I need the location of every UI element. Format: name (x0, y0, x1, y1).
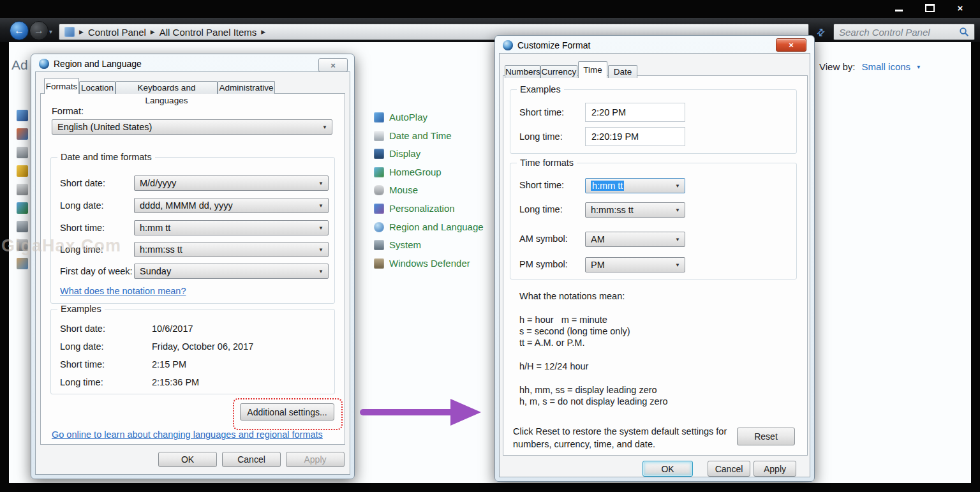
example-short-time-value: 2:20 PM (591, 107, 626, 117)
short-date-value: M/d/yyyy (140, 178, 176, 188)
search-input[interactable]: Search Control Panel (833, 24, 975, 40)
display-icon (374, 149, 384, 159)
format-value: English (United States) (57, 122, 152, 132)
chevron-down-icon: ▼ (675, 207, 680, 213)
long-time-combobox[interactable]: h:mm:ss tt ▼ (585, 202, 685, 218)
ok-button[interactable]: OK (642, 461, 693, 477)
dialog-close-button[interactable]: × (776, 38, 806, 52)
long-time-label: Long time: (60, 244, 103, 255)
notation-line: h, m, s = do not display leading zero (519, 396, 668, 406)
breadcrumb-item-all-items[interactable]: All Control Panel Items (160, 27, 257, 38)
dialog-close-button[interactable]: × (318, 58, 348, 72)
cp-item-display[interactable]: Display (374, 147, 420, 160)
partial-item-icon[interactable] (17, 110, 28, 121)
tab-time[interactable]: Time (578, 61, 607, 78)
short-date-dropdown[interactable]: M/d/yyyy ▼ (134, 175, 329, 191)
partial-item-icon[interactable] (17, 147, 28, 158)
cp-item-label: Personalization (389, 203, 455, 214)
close-icon: × (958, 3, 963, 13)
go-online-link[interactable]: Go online to learn about changing langua… (52, 429, 323, 440)
breadcrumb-arrow-icon[interactable]: ▶ (79, 29, 84, 35)
ok-button[interactable]: OK (158, 452, 217, 467)
reset-description: Click Reset to restore the system defaul… (513, 425, 735, 451)
chevron-down-icon: ▼ (318, 269, 323, 274)
tab-numbers[interactable]: Numbers (505, 65, 540, 78)
chevron-down-icon: ▼ (675, 183, 680, 189)
example-short-time-value: 2:15 PM (152, 359, 186, 369)
reset-button[interactable]: Reset (737, 428, 795, 445)
cp-item-system[interactable]: System (374, 239, 421, 251)
breadcrumb-arrow-icon[interactable]: ▶ (261, 29, 265, 35)
example-long-time-value: 2:20:19 PM (591, 131, 639, 142)
cp-item-windows-defender[interactable]: Windows Defender (374, 257, 470, 269)
example-long-time-field[interactable]: 2:20:19 PM (585, 127, 685, 146)
view-by-value[interactable]: Small icons (861, 61, 910, 72)
maximize-icon (925, 4, 935, 12)
short-time-label: Short time: (519, 180, 564, 190)
long-date-dropdown[interactable]: dddd, MMMM dd, yyyy ▼ (134, 198, 329, 213)
personalization-icon (374, 204, 384, 214)
partial-item-icon[interactable] (17, 165, 28, 177)
datetime-formats-group: Date and time formats Short date: M/d/yy… (50, 157, 335, 304)
partial-item-icon[interactable] (17, 258, 28, 269)
dialog-titlebar: Customize Format (503, 40, 590, 50)
globe-icon (39, 59, 49, 69)
long-date-value: dddd, MMMM dd, yyyy (140, 200, 233, 211)
tab-formats[interactable]: Formats (44, 78, 79, 94)
cancel-button[interactable]: Cancel (222, 452, 281, 467)
tab-date[interactable]: Date (608, 65, 637, 78)
cp-item-date-and-time[interactable]: Date and Time (374, 130, 452, 142)
short-time-dropdown[interactable]: h:mm tt ▼ (134, 220, 329, 235)
format-dropdown[interactable]: English (United States) ▼ (52, 119, 332, 135)
chevron-down-icon: ▼ (318, 181, 323, 186)
long-time-dropdown[interactable]: h:mm:ss tt ▼ (134, 242, 329, 257)
partial-item-icon[interactable] (17, 221, 28, 232)
apply-button[interactable]: Apply (754, 461, 796, 477)
breadcrumb-arrow-icon[interactable]: ▶ (151, 29, 155, 35)
tab-location[interactable]: Location (79, 81, 115, 94)
back-icon: ← (14, 25, 24, 36)
first-day-dropdown[interactable]: Sunday ▼ (134, 264, 329, 279)
tab-keyboards-languages[interactable]: Keyboards and Languages (115, 81, 218, 94)
maximize-button[interactable] (919, 2, 940, 14)
partial-item-icon[interactable] (17, 202, 28, 214)
forward-button[interactable]: → (29, 21, 48, 40)
page-heading-partial: Ad (11, 57, 28, 73)
partial-item-icon[interactable] (17, 239, 28, 251)
long-time-value: h:mm:ss tt (591, 205, 634, 215)
cp-item-region-and-language[interactable]: Region and Language (374, 221, 484, 233)
close-button[interactable]: × (949, 2, 971, 14)
tab-administrative[interactable]: Administrative (218, 81, 275, 94)
pm-symbol-combobox[interactable]: PM ▼ (585, 257, 685, 272)
recent-pages-caret[interactable]: ▾ (49, 28, 52, 35)
cp-item-autoplay[interactable]: AutoPlay (374, 111, 427, 123)
region-language-dialog: Region and Language × Formats Location K… (31, 54, 355, 479)
chevron-down-icon: ▼ (675, 262, 680, 268)
notation-help-link[interactable]: What does the notation mean? (60, 286, 186, 296)
notation-line: h = hour m = minute (519, 315, 607, 325)
am-symbol-combobox[interactable]: AM ▼ (585, 232, 685, 247)
cp-item-homegroup[interactable]: HomeGroup (374, 166, 442, 178)
breadcrumb-item-control-panel[interactable]: Control Panel (88, 27, 146, 38)
minimize-button[interactable] (888, 2, 910, 14)
example-short-time-label: Short time: (519, 107, 564, 117)
partial-item-icon[interactable] (17, 184, 28, 195)
autoplay-icon (374, 112, 384, 123)
cp-item-label: Date and Time (389, 130, 452, 141)
chevron-down-icon: ▼ (318, 225, 323, 231)
notation-title: What the notations mean: (519, 291, 625, 301)
short-time-combobox[interactable]: h:mm tt ▼ (585, 178, 685, 193)
chevron-down-icon: ▼ (318, 203, 323, 209)
cp-item-personalization[interactable]: Personalization (374, 202, 455, 214)
example-short-time-label: Short time: (60, 359, 105, 369)
partial-item-icon[interactable] (17, 128, 28, 140)
tab-currency[interactable]: Currency (540, 65, 577, 78)
view-by-control: View by: Small icons ▾ (819, 61, 920, 72)
cancel-button[interactable]: Cancel (708, 461, 750, 477)
chevron-down-icon[interactable]: ▾ (917, 63, 920, 70)
globe-icon (503, 40, 513, 50)
example-long-time-value: 2:15:36 PM (152, 377, 199, 387)
cp-item-mouse[interactable]: Mouse (374, 184, 418, 196)
back-button[interactable]: ← (10, 21, 29, 40)
example-short-time-field[interactable]: 2:20 PM (585, 103, 685, 122)
